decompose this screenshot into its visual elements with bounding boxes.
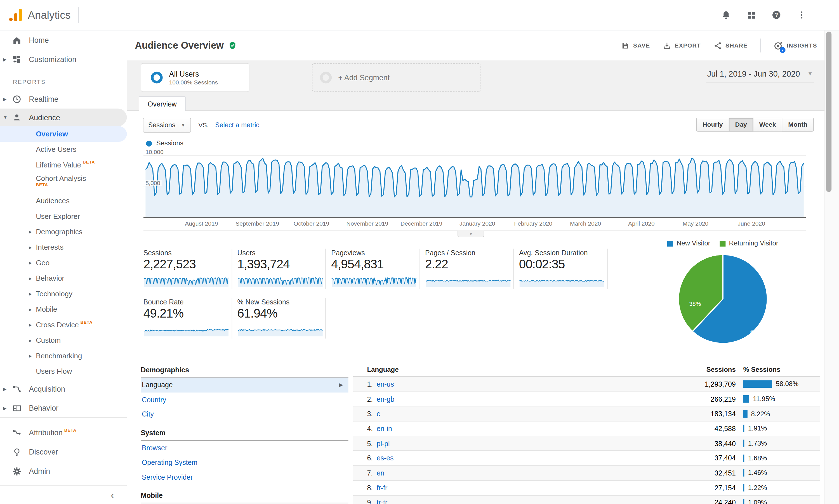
select-metric-link[interactable]: Select a metric (215, 121, 259, 129)
language-link[interactable]: en-us (377, 380, 394, 388)
chevron-collapsed-icon[interactable]: ▶ (29, 338, 36, 342)
sidebar-item-interests[interactable]: ▶Interests (0, 239, 127, 255)
dimension-link-demographics-city[interactable]: City (141, 407, 348, 422)
sidebar-item-discover[interactable]: Discover (0, 442, 127, 462)
cell-language: 7.en (353, 469, 591, 477)
save-button[interactable]: SAVE (621, 41, 650, 50)
apps-grid-icon[interactable] (746, 10, 756, 20)
segment-all-users[interactable]: All Users 100.00% Sessions (141, 63, 249, 92)
dimension-link-demographics-country[interactable]: Country (141, 392, 348, 407)
sidebar-item-behavior[interactable]: ▶Behavior (0, 271, 127, 286)
language-link[interactable]: en (377, 469, 385, 477)
sidebar-item-geo[interactable]: ▶Geo (0, 255, 127, 271)
sidebar-item-overview[interactable]: Overview (0, 126, 127, 142)
more-vertical-icon[interactable] (796, 10, 807, 20)
chevron-collapsed-icon[interactable]: ▶ (29, 292, 36, 296)
language-link[interactable]: es-es (377, 454, 394, 462)
collapse-sidebar-icon[interactable]: ‹ (111, 490, 114, 500)
language-link[interactable]: pl-pl (377, 439, 390, 448)
scorecard-bounce-rate[interactable]: Bounce Rate49.21% (143, 298, 232, 339)
sidebar-item-mobile[interactable]: ▶Mobile (0, 302, 127, 317)
chevron-collapsed-icon[interactable]: ▶ (0, 96, 11, 101)
y-axis-tick-5000: 5,000 (145, 180, 161, 186)
scorecard-sessions[interactable]: Sessions2,227,523 (143, 249, 232, 289)
sidebar-pinned-section: AttributionBETADiscoverAdmin ‹ (0, 417, 127, 504)
chevron-collapsed-icon[interactable]: ▶ (0, 406, 11, 410)
sidebar-item-home[interactable]: Home (0, 31, 127, 50)
cell-language: 9.tr-tr (353, 499, 591, 504)
pct-bar (743, 380, 772, 388)
date-range-selector[interactable]: Jul 1, 2019 - Jun 30, 2020 ▼ (706, 68, 814, 83)
chevron-collapsed-icon[interactable]: ▶ (29, 230, 36, 234)
sidebar-item-lifetime-value[interactable]: Lifetime ValueBETA (0, 157, 127, 173)
add-segment-button[interactable]: + Add Segment (312, 63, 480, 92)
chevron-collapsed-icon[interactable]: ▶ (29, 245, 36, 249)
row-rank: 4. (367, 425, 373, 433)
metric-select-dropdown[interactable]: Sessions ▼ (143, 118, 191, 133)
tab-overview[interactable]: Overview (139, 96, 186, 111)
insights-button[interactable]: 7INSIGHTS (774, 41, 817, 50)
granularity-month[interactable]: Month (782, 118, 814, 132)
scorecard-users[interactable]: Users1,393,724 (237, 249, 326, 289)
help-icon[interactable]: ? (771, 10, 782, 20)
sidebar-item-demographics[interactable]: ▶Demographics (0, 224, 127, 239)
sidebar-item-audience[interactable]: ▼Audience (0, 108, 127, 126)
chevron-collapsed-icon[interactable]: ▶ (29, 354, 36, 358)
dimension-link-demographics-language[interactable]: Language▶ (141, 378, 348, 393)
sidebar-item-acquisition[interactable]: ▶Acquisition (0, 379, 127, 399)
language-link[interactable]: c (377, 410, 380, 418)
language-link[interactable]: tr-tr (377, 499, 388, 504)
language-link[interactable]: en-gb (377, 395, 395, 403)
chevron-collapsed-icon[interactable]: ▶ (29, 307, 36, 311)
share-button[interactable]: SHARE (714, 41, 748, 50)
scorecard-pages-session[interactable]: Pages / Session2.22 (425, 249, 514, 289)
sidebar-item-realtime[interactable]: ▶Realtime (0, 89, 127, 109)
sidebar-item-customization[interactable]: ▶Customization (0, 50, 127, 69)
chevron-collapsed-icon[interactable]: ▶ (0, 386, 11, 391)
sidebar-item-admin[interactable]: Admin (0, 462, 127, 481)
visitor-type-pie-chart[interactable]: 38% 62% (661, 254, 784, 344)
dimension-link-system-service-provider[interactable]: Service Provider (141, 470, 348, 485)
language-link[interactable]: en-in (377, 425, 392, 433)
sidebar-item-cross-device[interactable]: ▶Cross DeviceBETA (0, 317, 127, 332)
sidebar-item-technology[interactable]: ▶Technology (0, 286, 127, 302)
scorecard-pageviews[interactable]: Pageviews4,954,831 (331, 249, 420, 289)
scorecard-new-sessions[interactable]: % New Sessions61.94% (237, 298, 326, 339)
chevron-collapsed-icon[interactable]: ▶ (29, 261, 36, 265)
sidebar-item-users-flow[interactable]: Users Flow (0, 364, 127, 379)
sidebar-item-cohort-analysis[interactable]: Cohort AnalysisBETA (0, 173, 127, 193)
dimension-link-system-browser[interactable]: Browser (141, 440, 348, 455)
table-row-en-in: 4.en-in42,5881.91% (353, 421, 820, 436)
legend-new-visitor: New Visitor (667, 239, 710, 247)
col-header-language[interactable]: Language (353, 366, 591, 374)
sidebar-item-attribution[interactable]: AttributionBETA (0, 423, 127, 442)
notifications-icon[interactable] (721, 10, 731, 20)
analytics-logo[interactable]: Analytics (0, 7, 78, 23)
chevron-collapsed-icon[interactable]: ▶ (29, 323, 36, 327)
sidebar-item-user-explorer[interactable]: User Explorer (0, 209, 127, 224)
language-link[interactable]: fr-fr (377, 484, 388, 492)
annotations-expander[interactable]: ▼ (458, 231, 484, 238)
col-header-pct-sessions[interactable]: % Sessions (743, 366, 781, 374)
chevron-expanded-icon[interactable]: ▼ (0, 115, 11, 120)
page-scrollbar[interactable] (824, 31, 839, 504)
chevron-collapsed-icon[interactable]: ▶ (29, 276, 36, 281)
sessions-line-chart[interactable]: 10,000 5,000 (143, 148, 806, 218)
sidebar-item-active-users[interactable]: Active Users (0, 142, 127, 157)
granularity-hourly[interactable]: Hourly (696, 118, 729, 132)
sidebar-item-benchmarking[interactable]: ▶Benchmarking (0, 348, 127, 364)
granularity-day[interactable]: Day (729, 118, 753, 132)
col-header-sessions[interactable]: Sessions (591, 366, 736, 374)
sidebar-item-custom[interactable]: ▶Custom (0, 332, 127, 348)
chevron-collapsed-icon[interactable]: ▶ (0, 57, 11, 62)
row-rank: 8. (367, 484, 373, 492)
svg-text:?: ? (775, 12, 778, 18)
granularity-week[interactable]: Week (753, 118, 782, 132)
scrollbar-thumb[interactable] (826, 32, 832, 192)
sidebar-item-audiences[interactable]: Audiences (0, 193, 127, 209)
dimension-link-system-operating-system[interactable]: Operating System (141, 455, 348, 470)
export-button[interactable]: EXPORT (663, 41, 701, 50)
table-row-en: 7.en32,4511.46% (353, 466, 820, 481)
scorecard-avg-session-duration[interactable]: Avg. Session Duration00:02:35 (519, 249, 608, 289)
sidebar-item-behavior[interactable]: ▶Behavior (0, 398, 127, 418)
